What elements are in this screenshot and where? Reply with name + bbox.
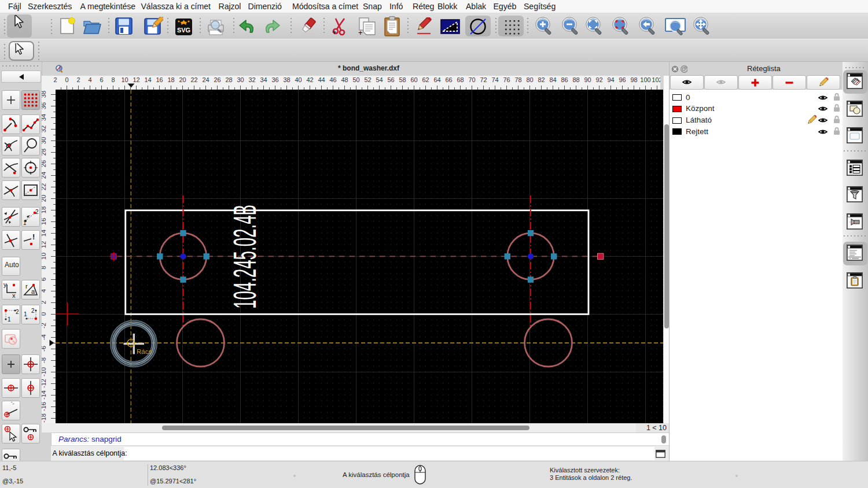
svg-text:2: 2: [31, 308, 35, 314]
svg-text:r: r: [25, 283, 28, 290]
svg-text:2: 2: [35, 209, 39, 215]
svg-text:a: a: [31, 288, 35, 295]
svg-text:!: !: [32, 232, 35, 241]
svg-text:+: +: [332, 28, 337, 36]
svg-text:1: 1: [8, 316, 11, 323]
svg-text:1: 1: [24, 311, 27, 317]
svg-text:1: 1: [23, 220, 27, 225]
svg-text:SVG: SVG: [177, 27, 190, 34]
svg-text:2: 2: [16, 309, 19, 315]
svg-text:x: x: [12, 292, 16, 298]
svg-text:y: y: [3, 281, 7, 288]
svg-text:+: +: [358, 28, 363, 36]
svg-text:104.245.02.4B: 104.245.02.4B: [227, 205, 262, 309]
svg-text:Rács: Rács: [137, 348, 152, 355]
